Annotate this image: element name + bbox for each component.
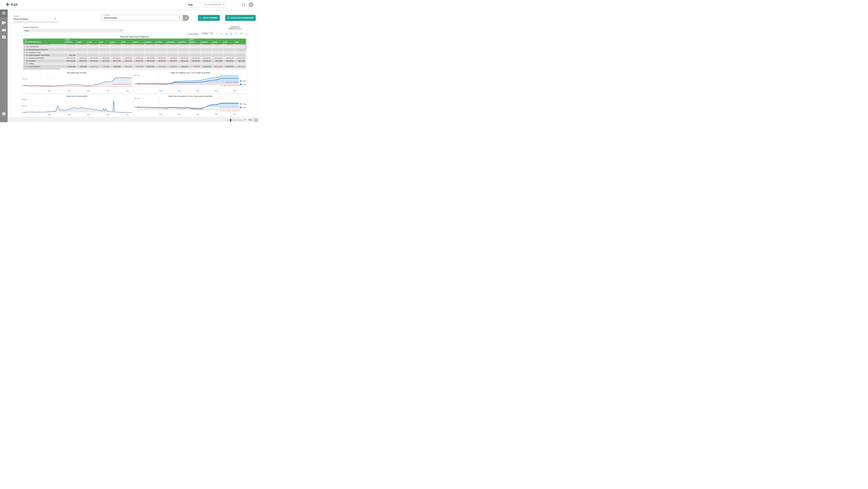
col-header-month[interactable]: abril [223, 41, 235, 44]
zoom-out-button[interactable]: - [225, 118, 225, 121]
col-header-month[interactable]: julho [122, 41, 133, 44]
info-icon[interactable]: i [187, 32, 187, 35]
table-row[interactable]: +17. RESULTADO OPERACIONALR$ 2.927.437R$… [23, 44, 246, 45]
table-cell [223, 48, 235, 51]
col-header-month[interactable]: setembro [144, 41, 155, 44]
table-cell [76, 45, 88, 48]
table-header: Ano20222023Conta Viabilidade Macro▲fever… [23, 38, 246, 44]
table-cell: R$ 21.577 [178, 65, 189, 68]
chart-saldo-incorporacoes: Saldo nas Incorporações R$ 20 MiR$ 10 Mi… [22, 94, 132, 117]
table-cell: R$ 341.044 [178, 60, 189, 62]
sidebar-item-reports-icon[interactable] [0, 20, 8, 25]
col-header-month[interactable]: dezembro [178, 41, 189, 44]
brand-logo[interactable]: Kait [5, 2, 18, 7]
col-header-month[interactable]: junho [110, 41, 122, 44]
table-cell: R$ 100.041 [235, 44, 246, 45]
sidebar-item-projects-icon[interactable] [0, 27, 8, 32]
table-cell [223, 51, 235, 54]
table-cell: -R$ 168.468 [144, 57, 155, 59]
expand-icon[interactable]: + [24, 63, 25, 65]
table-row[interactable]: +20. Receita/Despesa Financeira [23, 48, 246, 51]
expand-icon[interactable]: + [24, 52, 25, 53]
col-header-conta[interactable]: Conta Viabilidade Macro▲ [23, 41, 65, 44]
table-cell [235, 48, 246, 51]
col-header-month[interactable]: maio [235, 41, 246, 44]
svg-text:R$ 20 Mi: R$ 20 Mi [22, 99, 27, 100]
app-root: Kait Kait 54.141.090/0001-60 ▼ Y [0, 0, 261, 122]
zoom-in-button[interactable]: + [244, 118, 246, 121]
col-header-month[interactable]: outubro [155, 41, 167, 44]
brand-name: Kait [11, 3, 18, 7]
table-row[interactable]: +27. SALDO MENSALR$ 105.385R$ 41.846-R$ … [23, 65, 246, 68]
horizontal-scrollbar[interactable] [23, 68, 246, 69]
col-header-month[interactable]: março [76, 41, 88, 44]
table-cell: R$ 127.305 [110, 60, 122, 62]
col-header-year[interactable]: 2023 [189, 38, 246, 41]
zoom-slider-handle[interactable] [230, 119, 231, 122]
expand-icon[interactable]: + [24, 55, 25, 56]
table-row[interactable]: +21. Impostos s/ Lucro [23, 51, 246, 54]
table-cell: R$ 81.680 [99, 44, 110, 45]
svg-text:2028: 2028 [87, 90, 90, 92]
atualizar-dashboard-button[interactable]: ATUALIZAR DASHBOARD [225, 15, 256, 21]
novo-cenario-button[interactable]: + NOVO CENÁRIO [198, 15, 220, 21]
scrollbar-thumb[interactable] [23, 68, 60, 69]
edit-cenario-button[interactable] [183, 15, 189, 21]
expand-icon[interactable]: + [24, 60, 25, 62]
expand-icon[interactable]: + [24, 44, 25, 45]
table-cell [178, 48, 189, 51]
col-header-month[interactable]: fevereiro [201, 41, 212, 44]
table-cell [122, 51, 133, 54]
svg-text:S/ Taxas: S/ Taxas [242, 107, 246, 108]
table-row[interactable]: +22. Outras Entradas / ReembolsosR$ 1.75… [23, 54, 246, 57]
col-header-month[interactable]: janeiro [189, 41, 201, 44]
table-cell [88, 51, 99, 54]
svg-text:2026: 2026 [67, 90, 70, 92]
table-cell [144, 48, 155, 51]
table-cell [212, 45, 223, 48]
company-name: Kait [188, 3, 193, 6]
col-header-month[interactable]: maio [99, 41, 111, 44]
col-header-month[interactable]: agosto [133, 41, 144, 44]
settings-gear-icon[interactable] [0, 111, 8, 117]
col-header-month[interactable]: fevereiro [65, 41, 76, 44]
sidebar-item-dashboard-icon[interactable] [0, 35, 8, 40]
table-cell [88, 54, 99, 57]
table-row[interactable]: +26. Holding [23, 62, 246, 65]
table-cell: -R$ 154.189 [223, 57, 235, 59]
vertical-scrollbar[interactable] [246, 38, 246, 68]
col-header-ano[interactable]: Ano [23, 38, 65, 41]
table-cell [189, 45, 200, 48]
table-cell [65, 51, 76, 54]
col-header-month[interactable]: abril [88, 41, 99, 44]
cenario-select[interactable]: Cenário Apresentação ▼ [101, 15, 183, 21]
support-headset-icon[interactable] [241, 3, 245, 7]
relatorio-select[interactable]: Relatório Fluxo Projetos ▼ [13, 14, 58, 22]
relatorio-label: Relatório [13, 15, 20, 17]
col-header-month[interactable]: março [212, 41, 223, 44]
fit-to-screen-icon[interactable] [254, 119, 258, 121]
table-row[interactable]: +23. SALDO DO PROJETO-R$ 2.925.702-R$ 20… [23, 57, 246, 59]
col-header-month[interactable]: novembro [167, 41, 178, 44]
cenario-label: Cenário [103, 14, 111, 16]
scrollbar-thumb[interactable] [246, 38, 246, 49]
expand-icon[interactable]: + [24, 58, 25, 59]
table-cell: R$ 26.058 [110, 65, 122, 68]
expand-icon[interactable]: + [24, 66, 25, 67]
company-selector[interactable]: Kait 54.141.090/0001-60 ▼ [185, 2, 226, 7]
svg-text:2026: 2026 [178, 114, 181, 115]
expand-icon[interactable]: + [24, 49, 25, 51]
projetos-select[interactable]: Todos [23, 29, 123, 32]
table-row[interactable]: +18. Financiamento [23, 45, 246, 48]
table-cell: R$ 2.927.437 [65, 44, 76, 45]
user-avatar[interactable]: Y [249, 2, 253, 7]
novo-cenario-label: NOVO CENÁRIO [203, 17, 217, 19]
svg-text:R$ 0,1 Bi: R$ 0,1 Bi [134, 98, 140, 99]
expand-icon[interactable]: + [24, 46, 25, 48]
table-cell: R$ 152.276 [88, 60, 99, 62]
line-chart: R$ 20 MiR$ 10 MiR$ 0 Mi20242026202820302… [22, 94, 132, 117]
zoom-slider-track[interactable] [227, 120, 243, 120]
hamburger-menu-icon[interactable] [0, 10, 8, 16]
col-header-year[interactable]: 2022 [65, 38, 190, 41]
table-row[interactable]: +25. InvestidorR$ 3.031.087R$ 243.524R$ … [23, 60, 246, 62]
